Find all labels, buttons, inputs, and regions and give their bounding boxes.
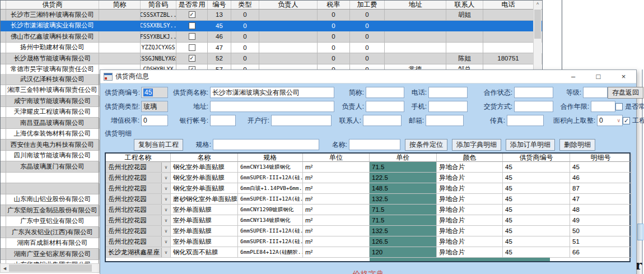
cell-supplier[interactable]: 咸宁南玻节能玻璃有限公司 [6, 96, 99, 107]
cell-manager[interactable] [259, 21, 318, 32]
common-checkbox[interactable] [189, 44, 195, 51]
supplier-table-hscrollbar[interactable]: ◄ [0, 263, 100, 273]
cell-common[interactable] [176, 43, 208, 54]
cell-rowhdr[interactable] [1, 194, 6, 206]
save-return-button[interactable]: 存盘返回 [608, 87, 643, 99]
cell-phone[interactable] [483, 43, 534, 54]
delete-detail-button[interactable]: 删除明细 [559, 139, 595, 151]
supplier-table-vscrollbar[interactable]: ^ [533, 1, 542, 74]
cell-addr[interactable] [385, 21, 446, 32]
detail-cell-color[interactable]: 异地合片 [437, 226, 503, 236]
table-row[interactable]: 上海优泰装饰材料有限公司 [1, 129, 100, 140]
column-header[interactable]: 加工费 [350, 1, 385, 9]
detail-cell-color[interactable]: 异地合片 [437, 247, 503, 258]
detail-cell-color[interactable]: 异地合片 [437, 162, 503, 173]
combo-arrow-icon[interactable]: ∨ [161, 162, 170, 172]
detail-cell-spec[interactable]: 6mmPLE84+12A(硅酮胶... [238, 247, 303, 258]
combo-arrow-icon[interactable]: ∨ [161, 226, 170, 236]
combo-arrow-icon[interactable]: ∨ [161, 216, 170, 225]
detail-row[interactable]: 岳州北控花园∨室外单面贴膜6mmSUPER-III+12A(硅...m²126.… [106, 236, 629, 247]
cell-common[interactable]: ✓ [176, 10, 208, 21]
column-header[interactable]: 编号 [208, 1, 231, 9]
detail-cell-spec[interactable]: 6mmSUPER-III+12A(硅... [238, 236, 303, 247]
cell-rowhdr[interactable] [1, 140, 6, 151]
cell-contact[interactable]: 陈姐 [446, 53, 483, 64]
cell-rowhdr[interactable] [1, 85, 6, 96]
add-dictionary-detail-button[interactable]: 添加字典明细 [452, 139, 501, 151]
cell-supplier[interactable]: 长沙市三湘特种玻璃有限公司 [6, 10, 99, 21]
detail-cell-color[interactable]: 异地合片 [437, 194, 503, 205]
detail-cell-price[interactable]: 71.5 [370, 162, 437, 173]
detail-cell-detail_no[interactable]: 87 [570, 183, 632, 194]
cell-rowhdr[interactable] [1, 118, 6, 129]
detail-cell-project[interactable]: 岳州北控花园∨ [106, 226, 171, 236]
table-row[interactable]: 长沙市三湘特种玻璃有限公司CSSSXTZBL..✓13000胡姐 [1, 10, 542, 21]
cell-supplier[interactable]: 天津耀皮工程玻璃有限公司 [6, 107, 99, 118]
detail-row[interactable]: 岳州北控花园∨钢化室外单面贴膜6mm白玻+1.14PVB+6mm...m²148… [106, 183, 629, 194]
table-row[interactable]: 咸宁南玻节能玻璃有限公司 [1, 96, 100, 107]
detail-cell-price[interactable]: 71.5 [370, 205, 437, 215]
cell-rowhdr[interactable] [1, 249, 6, 260]
cell-type[interactable]: 0 [231, 53, 259, 64]
detail-cell-price[interactable]: 148.5 [370, 183, 437, 194]
detail-cell-sup_no[interactable]: 45 [503, 162, 570, 173]
cell-fee[interactable]: 0 [350, 31, 385, 43]
cell-supplier[interactable]: 扬州中勤建材有限公司 [6, 43, 99, 54]
scroll-left-icon[interactable]: ◄ [1, 264, 9, 272]
combo-arrow-icon[interactable]: ∨ [161, 205, 170, 215]
table-row[interactable]: 南昌亚晶玻璃有限公司 [1, 118, 100, 129]
cell-addr[interactable] [385, 43, 446, 54]
combo-arrow-icon[interactable]: ∨ [161, 173, 170, 183]
column-header[interactable]: 电话 [483, 1, 534, 9]
cell-common[interactable] [176, 31, 208, 43]
detail-cell-price[interactable]: 126.5 [370, 236, 437, 247]
column-header[interactable]: 联系人 [446, 1, 483, 9]
coop-status-field[interactable] [514, 87, 553, 98]
cell-abbr[interactable] [99, 31, 141, 43]
cell-fee[interactable]: 0 [350, 43, 385, 54]
detail-cell-project[interactable]: 岳州北控花园∨ [106, 183, 171, 194]
phone-field[interactable] [428, 87, 468, 98]
table-row[interactable]: 广东中亚铝业有限公司 [1, 216, 100, 227]
bank-account-field[interactable] [210, 115, 236, 126]
detail-cell-detail_no[interactable]: 51 [570, 236, 632, 247]
table-row[interactable]: 扬州中勤建材有限公司YZZQJCYXGS47000 [1, 43, 542, 54]
detail-row[interactable]: 岳州北控花园∨磨砂钢化室外单面贴膜6mmSUPER-III+12A(硅...m²… [106, 194, 629, 205]
column-header[interactable] [1, 1, 6, 9]
table-row[interactable]: 广东兴发铝业(江西)有限公司 [1, 227, 100, 238]
cell-addr[interactable] [385, 31, 446, 43]
cell-code[interactable]: CSSXXBLSY.. [141, 21, 176, 32]
cell-manager[interactable] [259, 31, 318, 43]
detail-cell-color[interactable]: 异地合片 [437, 205, 503, 215]
cell-no[interactable]: 47 [208, 43, 231, 54]
detail-column-header[interactable]: 工程名称 [106, 154, 171, 162]
is-common-checkbox[interactable] [615, 103, 623, 110]
mobile-field[interactable] [428, 101, 468, 112]
combo-arrow-icon[interactable]: ∨ [161, 184, 170, 193]
detail-cell-price[interactable]: 132.5 [370, 226, 437, 236]
detail-cell-unit[interactable]: m² [303, 162, 370, 173]
detail-cell-spec[interactable]: 6mmCNY129B镀膜钢化 [238, 205, 303, 215]
cell-code[interactable]: CSSGJNBLYXGS [141, 53, 176, 64]
cell-rowhdr[interactable] [1, 205, 6, 216]
cell-supplier[interactable]: 广东中亚铝业有限公司 [6, 216, 99, 227]
detail-row[interactable]: 长沙龙湖祺鑫星座∨钢化双面不贴膜6mmPLE84+12A(硅酮胶...m²120… [106, 247, 629, 258]
detail-cell-unit[interactable]: m² [303, 215, 370, 226]
detail-cell-project[interactable]: 岳州北控花园∨ [106, 205, 171, 215]
detail-row[interactable]: 岳州北控花园∨钢化室外单面贴膜6mmCNY134镀膜钢化m²71.5异地合片45… [106, 162, 629, 173]
detail-cell-name[interactable]: 室外单面贴膜 [171, 205, 238, 215]
table-row[interactable]: 山东南山铝业股份有限公司 [1, 194, 100, 206]
detail-cell-price[interactable]: 132.5 [370, 194, 437, 205]
detail-column-header[interactable]: 单位 [303, 154, 370, 162]
detail-cell-color[interactable]: 异地合片 [437, 236, 503, 247]
cell-type[interactable]: 0 [231, 43, 259, 54]
detail-cell-unit[interactable]: m² [303, 194, 370, 205]
common-checkbox[interactable]: ✓ [189, 11, 195, 18]
detail-cell-price[interactable]: 120 [370, 247, 437, 258]
dialog-titlebar[interactable]: 供货商信息 – □ × [100, 70, 636, 83]
address-field[interactable] [210, 101, 334, 112]
cell-common[interactable] [176, 21, 208, 32]
cell-supplier[interactable]: 湘潭三金特种玻璃有限责任公司 [6, 85, 99, 96]
cell-rowhdr[interactable] [1, 10, 6, 21]
detail-cell-spec[interactable]: 6mmSUPER-III+12A(硅... [238, 173, 303, 183]
